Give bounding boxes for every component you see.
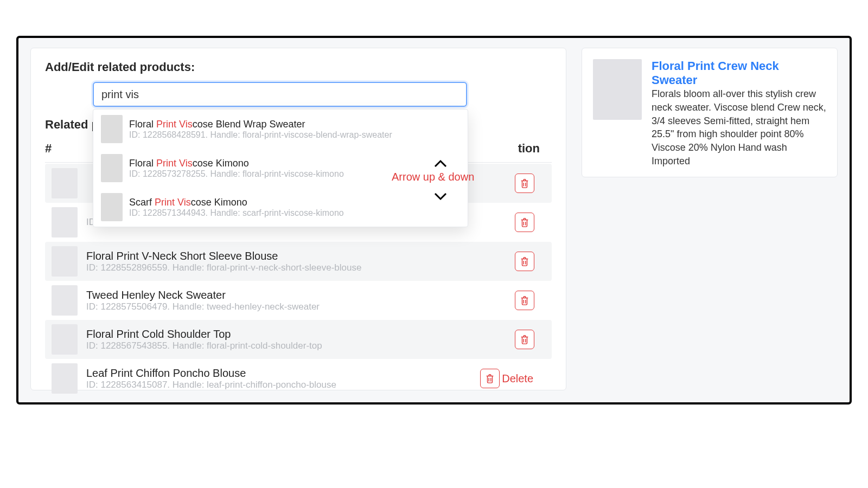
autocomplete-sub: ID: 1228571344943. Handle: scarf-print-v… xyxy=(129,208,344,218)
trash-icon xyxy=(520,217,529,228)
product-thumb xyxy=(101,154,123,182)
product-name: Tweed Henley Neck Sweater xyxy=(86,289,545,301)
autocomplete-sub: ID: 1228568428591. Handle: floral-print-… xyxy=(129,130,392,140)
page-frame: Add/Edit related products: Floral Print … xyxy=(16,36,852,404)
autocomplete-dropdown: Floral Print Viscose Blend Wrap Sweater … xyxy=(93,109,468,227)
product-sub: ID: 1228575506479. Handle: tweed-henley-… xyxy=(86,301,545,312)
autocomplete-item[interactable]: Scarf Print Viscose Kimono ID: 122857134… xyxy=(93,188,468,227)
product-thumb xyxy=(52,324,78,355)
product-sub: ID: 1228563415087. Handle: leaf-print-ch… xyxy=(86,380,545,390)
title-post: cose Kimono xyxy=(193,158,249,169)
trash-icon xyxy=(520,334,529,345)
delete-button[interactable] xyxy=(515,174,534,193)
delete-button[interactable] xyxy=(515,291,534,310)
product-thumb xyxy=(52,168,78,198)
product-description: Florals bloom all-over this stylish crew… xyxy=(652,87,826,168)
chevron-down-icon xyxy=(433,191,448,203)
title-match: Print Vis xyxy=(155,197,191,208)
product-thumb xyxy=(101,193,123,221)
title-match: Print Vis xyxy=(156,119,193,130)
product-title-link[interactable]: Floral Print Crew Neck Sweater xyxy=(652,59,779,87)
table-row[interactable]: Floral Print Cold Shoulder TopID: 122856… xyxy=(45,320,552,359)
trash-icon xyxy=(520,256,529,267)
trash-icon xyxy=(520,178,529,189)
chevron-up-icon xyxy=(433,159,448,171)
autocomplete-item[interactable]: Floral Print Viscose Blend Wrap Sweater … xyxy=(93,110,468,149)
search-wrap: Floral Print Viscose Blend Wrap Sweater … xyxy=(93,82,552,107)
delete-button[interactable] xyxy=(515,213,534,232)
product-image xyxy=(593,59,642,120)
product-thumb xyxy=(52,285,78,316)
related-products-panel: Add/Edit related products: Floral Print … xyxy=(30,48,566,390)
col-action: tion xyxy=(518,142,540,156)
product-thumb xyxy=(52,207,78,237)
annotation-text: Arrow up & down xyxy=(392,171,474,183)
delete-button[interactable] xyxy=(515,330,534,349)
product-thumb xyxy=(52,363,78,394)
product-thumb xyxy=(52,246,78,277)
trash-icon xyxy=(485,373,495,384)
product-info-panel: Floral Print Crew Neck Sweater Florals b… xyxy=(582,48,838,177)
title-post: cose Blend Wrap Sweater xyxy=(193,119,305,130)
table-row[interactable]: Leaf Print Chiffon Poncho BlouseID: 1228… xyxy=(45,359,552,398)
product-name: Floral Print V-Neck Short Sleeve Blouse xyxy=(86,250,545,262)
title-match: Print Vis xyxy=(156,158,193,169)
col-number: # xyxy=(45,142,93,156)
product-name: Floral Print Cold Shoulder Top xyxy=(86,328,545,341)
delete-button[interactable] xyxy=(480,369,500,388)
panel-title: Add/Edit related products: xyxy=(45,60,552,74)
product-sub: ID: 1228552896559. Handle: floral-print-… xyxy=(86,262,545,273)
trash-icon xyxy=(520,295,529,306)
table-row[interactable]: Tweed Henley Neck SweaterID: 12285755064… xyxy=(45,281,552,320)
title-pre: Floral xyxy=(129,119,156,130)
product-sub: ID: 1228567543855. Handle: floral-print-… xyxy=(86,341,545,351)
delete-button[interactable] xyxy=(515,252,534,271)
product-thumb xyxy=(101,115,123,143)
autocomplete-sub: ID: 1228573278255. Handle: floral-print-… xyxy=(129,169,344,179)
table-row[interactable]: Floral Print V-Neck Short Sleeve BlouseI… xyxy=(45,242,552,281)
search-input[interactable] xyxy=(93,82,467,107)
product-name: Leaf Print Chiffon Poncho Blouse xyxy=(86,367,545,380)
title-pre: Scarf xyxy=(129,197,155,208)
title-post: cose Kimono xyxy=(191,197,247,208)
title-pre: Floral xyxy=(129,158,156,169)
delete-label: Delete xyxy=(502,373,533,385)
